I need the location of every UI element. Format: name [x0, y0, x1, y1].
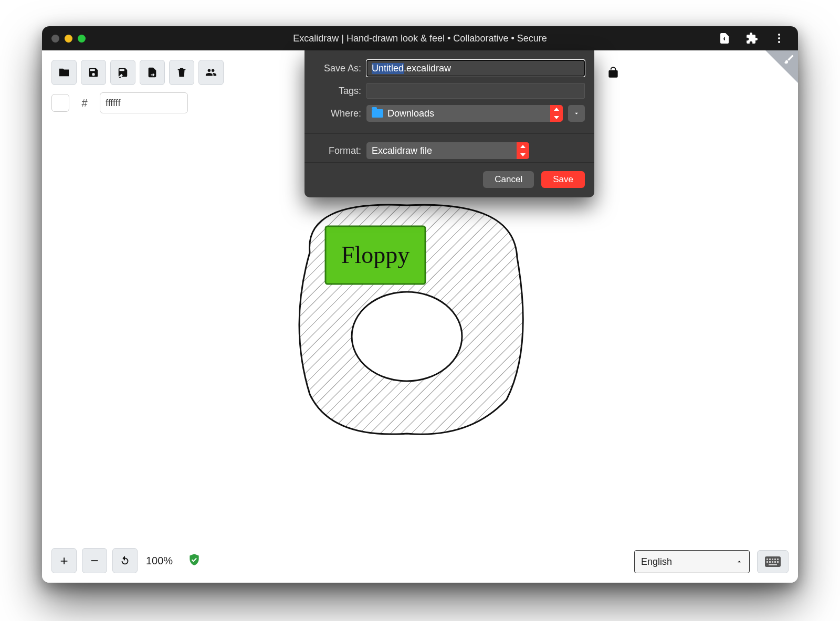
browser-window: Excalidraw | Hand-drawn look & feel • Co…: [42, 26, 798, 583]
svg-rect-14: [777, 559, 779, 560]
svg-rect-18: [774, 561, 776, 563]
shield-icon[interactable]: [187, 553, 201, 569]
svg-point-0: [778, 34, 780, 36]
svg-rect-11: [769, 559, 771, 560]
save-dialog: Save As: Tags: Where: Downloads: [304, 50, 594, 197]
svg-point-2: [778, 41, 780, 43]
titlebar: Excalidraw | Hand-drawn look & feel • Co…: [42, 26, 798, 50]
format-select[interactable]: Excalidraw file: [366, 142, 529, 159]
svg-rect-13: [774, 559, 776, 560]
language-select[interactable]: English: [634, 550, 750, 573]
tags-input[interactable]: [366, 83, 585, 99]
folder-icon: [372, 109, 383, 118]
trash-button[interactable]: [169, 60, 194, 85]
svg-rect-15: [766, 561, 768, 563]
open-button[interactable]: [51, 60, 77, 85]
save-button[interactable]: Save: [541, 171, 585, 188]
stepper-icon: [550, 105, 563, 122]
svg-rect-12: [772, 559, 773, 560]
chevron-up-icon: [736, 558, 743, 565]
save-as-label: Save As:: [314, 63, 366, 74]
filename-input[interactable]: [366, 60, 585, 77]
zoom-level: 100%: [146, 555, 173, 567]
brush-icon: [783, 54, 795, 67]
bottom-right-controls: English: [634, 550, 789, 573]
tags-label: Tags:: [314, 86, 366, 97]
save-button[interactable]: [81, 60, 106, 85]
file-toolbar: #: [51, 60, 224, 113]
minimize-window-icon[interactable]: [65, 35, 72, 43]
keyboard-button[interactable]: [757, 550, 789, 573]
fullscreen-window-icon[interactable]: [78, 35, 86, 43]
where-select[interactable]: Downloads: [366, 105, 563, 122]
where-value: Downloads: [387, 108, 434, 119]
window-controls: [42, 35, 86, 43]
svg-rect-19: [777, 561, 779, 563]
zoom-out-button[interactable]: −: [82, 548, 107, 573]
extension-icon[interactable]: [746, 32, 758, 45]
drawing-label: Floppy: [341, 241, 410, 268]
svg-point-1: [778, 37, 780, 39]
close-window-icon[interactable]: [51, 35, 59, 43]
hash-symbol: #: [75, 93, 94, 113]
cancel-button[interactable]: Cancel: [483, 171, 534, 188]
svg-rect-17: [772, 561, 773, 563]
svg-rect-16: [769, 561, 771, 563]
zoom-in-button[interactable]: +: [51, 548, 77, 573]
canvas-drawing: Floppy: [281, 190, 533, 444]
stepper-icon: [517, 142, 529, 159]
svg-point-7: [352, 292, 462, 381]
background-swatch[interactable]: [51, 94, 69, 112]
zoom-controls: + − 100%: [51, 548, 201, 573]
svg-rect-10: [766, 559, 768, 560]
download-icon[interactable]: [718, 32, 731, 45]
expand-button[interactable]: [568, 105, 585, 122]
kebab-menu-icon[interactable]: [773, 32, 785, 45]
language-value: English: [641, 556, 672, 567]
where-label: Where:: [314, 108, 366, 119]
format-value: Excalidraw file: [372, 145, 432, 156]
export-button[interactable]: [140, 60, 165, 85]
collaborate-button[interactable]: [198, 60, 224, 85]
background-hex-input[interactable]: [100, 92, 188, 113]
svg-rect-20: [769, 564, 777, 565]
window-title: Excalidraw | Hand-drawn look & feel • Co…: [42, 33, 798, 44]
reset-zoom-button[interactable]: [112, 548, 138, 573]
lock-icon[interactable]: [601, 60, 626, 85]
format-label: Format:: [314, 145, 366, 156]
save-edit-button[interactable]: [110, 60, 135, 85]
